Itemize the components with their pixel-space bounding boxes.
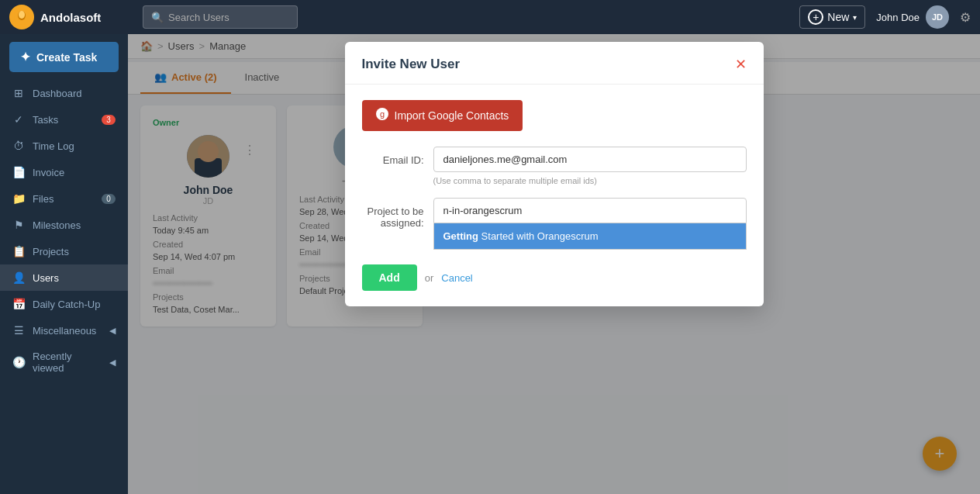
sidebar-item-label: Invoice: [33, 167, 64, 178]
modal-overlay: Invite New User ✕ g Import Google Contac…: [128, 34, 980, 494]
import-google-contacts-button[interactable]: g Import Google Contacts: [362, 100, 523, 131]
sidebar-item-timelog[interactable]: ⏱ Time Log: [0, 133, 128, 159]
create-task-button[interactable]: ✦ Create Task: [9, 42, 119, 72]
cancel-link[interactable]: Cancel: [441, 272, 472, 284]
nav-items: ⊞ Dashboard ✓ Tasks 3 ⏱ Time Log 📄 Invoi…: [0, 80, 128, 494]
modal-invite-user: Invite New User ✕ g Import Google Contac…: [345, 42, 764, 306]
nav-right: + New ▾ John Doe JD ⚙: [799, 5, 971, 29]
user-info: John Doe JD: [876, 5, 949, 29]
project-field-wrap: Getting Started with Orangescrum: [433, 198, 747, 223]
projects-icon: 📋: [12, 245, 25, 257]
sidebar-item-label: Projects: [33, 246, 69, 257]
invoice-icon: 📄: [12, 166, 25, 178]
project-dropdown: Getting Started with Orangescrum: [433, 223, 747, 250]
user-name: John Doe: [876, 12, 920, 23]
new-button-label: New: [827, 11, 849, 23]
project-input[interactable]: [433, 198, 747, 223]
search-bar[interactable]: 🔍: [143, 5, 298, 29]
tasks-badge: 3: [102, 115, 116, 125]
svg-text:g: g: [379, 109, 384, 119]
task-icon: ✦: [20, 50, 30, 64]
dropdown-rest-text: Started with Orangescrum: [478, 230, 599, 242]
modal-body: g Import Google Contacts Email ID: (Use …: [345, 85, 764, 257]
svg-point-2: [19, 11, 25, 19]
modal-footer: Add or Cancel: [345, 257, 764, 306]
tasks-icon: ✓: [12, 113, 25, 126]
sidebar-item-label: Users: [33, 272, 59, 284]
email-label: Email ID:: [362, 147, 424, 166]
logo-area: Andolasoft: [9, 5, 133, 29]
project-label: Project to be assigned:: [362, 198, 424, 229]
layout: ✦ Create Task ⊞ Dashboard ✓ Tasks 3 ⏱ Ti…: [0, 34, 980, 494]
email-hint: (Use comma to separate multiple email id…: [433, 176, 747, 185]
or-text: or: [425, 272, 434, 284]
timelog-icon: ⏱: [12, 140, 25, 152]
modal-close-button[interactable]: ✕: [735, 56, 747, 73]
import-button-label: Import Google Contacts: [395, 109, 509, 122]
modal-title: Invite New User: [362, 57, 461, 72]
brand-name: Andolasoft: [40, 11, 101, 24]
files-icon: 📁: [12, 192, 25, 205]
files-badge: 0: [102, 194, 116, 204]
sidebar-item-label: Tasks: [33, 114, 58, 126]
misc-arrow: ◀: [109, 326, 116, 336]
misc-icon: ☰: [12, 324, 25, 337]
sidebar-item-label: Daily Catch-Up: [33, 299, 100, 310]
sidebar-item-label: Recently viewed: [33, 351, 102, 374]
chevron-down-icon: ▾: [853, 13, 857, 22]
project-row: Project to be assigned: Getting Started …: [362, 198, 747, 229]
recentlyviewed-icon: 🕐: [12, 356, 25, 368]
dailycatch-icon: 📅: [12, 298, 25, 310]
sidebar-item-milestones[interactable]: ⚑ Milestones: [0, 212, 128, 238]
logo-icon: [9, 5, 34, 29]
create-task-label: Create Task: [36, 51, 97, 64]
sidebar-item-users[interactable]: 👤 Users: [0, 264, 128, 291]
new-button[interactable]: + New ▾: [799, 5, 865, 29]
sidebar-item-label: Miscellaneous: [33, 325, 96, 337]
sidebar-item-label: Dashboard: [33, 88, 82, 99]
email-input[interactable]: [433, 147, 747, 172]
dashboard-icon: ⊞: [12, 87, 25, 99]
users-icon: 👤: [12, 271, 25, 284]
modal-header: Invite New User ✕: [345, 42, 764, 85]
sidebar-item-dailycatch[interactable]: 📅 Daily Catch-Up: [0, 291, 128, 317]
milestones-icon: ⚑: [12, 219, 25, 231]
sidebar-item-invoice[interactable]: 📄 Invoice: [0, 159, 128, 185]
sidebar-item-label: Files: [33, 193, 53, 205]
top-nav: Andolasoft 🔍 + New ▾ John Doe JD ⚙: [0, 0, 980, 34]
google-icon: g: [376, 108, 388, 123]
rv-arrow: ◀: [109, 358, 116, 368]
search-input[interactable]: [168, 12, 289, 23]
dropdown-bold-text: Getting: [443, 230, 479, 242]
email-field-wrap: (Use comma to separate multiple email id…: [433, 147, 747, 185]
avatar: JD: [926, 5, 949, 29]
main-content: 🏠 > Users > Manage 👥 Active (2) Inactive…: [128, 34, 980, 494]
dropdown-item-1[interactable]: Getting Started with Orangescrum: [434, 223, 746, 249]
settings-icon[interactable]: ⚙: [960, 10, 971, 25]
sidebar-item-label: Time Log: [33, 140, 74, 152]
plus-circle-icon: +: [808, 9, 823, 25]
project-input-wrap: Getting Started with Orangescrum: [433, 198, 747, 223]
add-button[interactable]: Add: [362, 264, 417, 291]
search-icon: 🔍: [151, 12, 164, 23]
sidebar: ✦ Create Task ⊞ Dashboard ✓ Tasks 3 ⏱ Ti…: [0, 34, 128, 494]
email-row: Email ID: (Use comma to separate multipl…: [362, 147, 747, 185]
sidebar-item-recentlyviewed[interactable]: 🕐 Recently viewed ◀: [0, 344, 128, 381]
sidebar-item-label: Milestones: [33, 219, 81, 231]
sidebar-item-misc[interactable]: ☰ Miscellaneous ◀: [0, 317, 128, 344]
sidebar-item-files[interactable]: 📁 Files 0: [0, 185, 128, 212]
sidebar-item-dashboard[interactable]: ⊞ Dashboard: [0, 80, 128, 106]
sidebar-item-tasks[interactable]: ✓ Tasks 3: [0, 106, 128, 133]
sidebar-item-projects[interactable]: 📋 Projects: [0, 238, 128, 264]
